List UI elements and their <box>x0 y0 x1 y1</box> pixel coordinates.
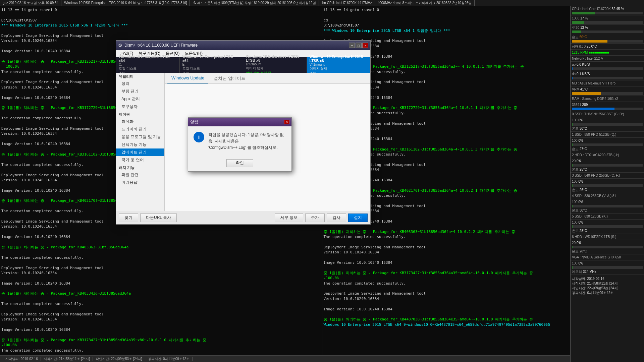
hdd6-label: 6 HDD : WD10EZEX 1TB (S:) <box>571 234 644 240</box>
ssd5-label: 5 SSD : 830 128GB (K:) <box>571 214 644 220</box>
ssd4-usage: 100 0% 온도 30°C <box>571 199 644 214</box>
cpu-state: 상태오: 0 23.0°C <box>571 44 644 50</box>
vga-usage: 100 0% 메모리 324 MHz <box>571 260 644 275</box>
sidebar-item-update[interactable]: 업데이트 관리 <box>116 148 164 156</box>
dism-content-tabs: Windows Update 설치된 업데이트 <box>165 73 370 84</box>
install-button[interactable]: 설치 <box>348 214 368 222</box>
alert-titlebar: 알림 ✕ <box>188 118 291 126</box>
ssd1-usage: 100 0% 온도 27°C <box>571 138 644 152</box>
alert-body: i 작업을 성공했습니다. 1성공, 0해당사항 없음. 자세한내용은 'Con… <box>188 126 291 157</box>
ssd3-usage: 100 0% 온도 26°C <box>571 179 644 193</box>
maximize-button[interactable]: □ <box>356 43 362 48</box>
monitor-footer: 시각날짜: 2019-02-16 시작시간: 21시58분11초 [24시] 작… <box>571 275 644 297</box>
hdd6-usage: 20 0% 온도 28°C <box>571 240 644 254</box>
dism-title: ⚙ Dism++x64 10.1.1000.90 UEFI Firmware <box>118 43 198 48</box>
sidebar-item-boot[interactable]: 부팅 관리 <box>116 87 164 95</box>
ram-used: 33691 289 <box>571 102 644 111</box>
hdd2-usage: 20 0% 온도 25°C <box>571 158 644 173</box>
sidebar-item-tools[interactable]: 도구상자 <box>116 103 164 111</box>
sidebar-item-driver[interactable]: 드라이버 관리 <box>116 125 164 133</box>
dism-sidebar: 유틸리티 정리 부팅 관리 Appx 관리 도구상자 제어판 최적화 드라이버 … <box>116 73 165 211</box>
ssd3-label: 3 SSD : 840 PRO 256GB (C: F:) <box>571 173 644 179</box>
drive-tab-1[interactable]: Windows 10 Enterprise LTSC x64 E: 로컬 디스크… <box>180 57 244 73</box>
sidebar-item-features[interactable]: 선택기능 기능 <box>116 141 164 148</box>
vga-label: VGA : NVIDIA GeForce GTX 650 <box>571 254 644 260</box>
alert-footer: 확인 <box>188 157 291 171</box>
ssd5-usage: 100 0% 온도 28°C <box>571 220 644 234</box>
fan-speed: 1215 RPM ■■■■■■■■■■ <box>571 50 644 56</box>
mb-label: MB : Asus Maximus VIII Hero <box>571 80 644 86</box>
cpu-temp: 온도 50°C <box>571 34 644 44</box>
sidebar-item-locale[interactable]: 국가 및 언어 <box>116 156 164 164</box>
sidebar-item-apps[interactable]: 응용 프로그램 및 기능 <box>116 133 164 141</box>
network-up: up 0.0 KB/S <box>571 62 644 71</box>
titlebar-controls: ─ □ ✕ <box>349 43 368 48</box>
network-dn: dn 0.1 KB/S <box>571 71 644 80</box>
hdd2-label: 2 HDD : DT01ACA200 2TB (U:) <box>571 152 644 158</box>
drive-tab-2[interactable]: Windows 10 Enterprise K 2015 LTSB x8 D:\… <box>243 57 307 73</box>
alert-dialog: 알림 ✕ i 작업을 성공했습니다. 1성공, 0해당사항 없음. 자세한내용은… <box>188 117 292 172</box>
status-rfv: rfv 레드스톤5 버전1809[RTM년월] 루팅:1819:00:29 설치… <box>190 0 319 6</box>
status-windows: Windows 10 RSS Enterprise LTSC 2019 K 64… <box>61 0 190 6</box>
dism-titlebar: ⚙ Dism++x64 10.1.1000.90 UEFI Firmware ─… <box>116 41 370 50</box>
sidebar-item-cleanup[interactable]: 정리 <box>116 80 164 87</box>
alert-close-button[interactable]: ✕ <box>284 120 289 124</box>
sidebar-item-file[interactable]: 파일 관련 <box>116 171 164 179</box>
ssd0-label: 0 SSD : THNSNH256GBST (G: D:) <box>571 111 644 117</box>
ssd0-usage: 100 0% 온도 30°C <box>571 117 644 132</box>
find-button[interactable]: 찾기 <box>119 214 138 222</box>
top-statusbar: gaz 2019.02.16 토요일 오후 10:09:54 Windows 1… <box>0 0 644 6</box>
cpu-label: CPU : Intel Core i7-6700K 32.45 % <box>571 6 644 15</box>
status-cpu: ihn CPU: Intel i7-6700K 4417MHz <box>319 0 375 6</box>
minimize-button[interactable]: ─ <box>349 43 355 48</box>
sidebar-section-control: 제어판 <box>116 111 164 118</box>
drive-tab-0[interactable]: Windows 10 Enterprise LTSC x64 C: 로컬 디스크… <box>116 57 180 73</box>
bottom-date: 시각날짜: 2019-02-16 <box>3 357 41 361</box>
alert-ok-button[interactable]: 확인 <box>226 159 253 167</box>
ssd4-label: 4 SSD : 830 256GB (V: A:) 81 <box>571 193 644 199</box>
bottom-result: 경과시간: 0시11분09초42초 <box>145 357 193 361</box>
ram-label: RAM : Samsung DDR4 16G x2 <box>571 96 644 102</box>
dism-bottom-toolbar: 찾기 다운URL 복사 세부 정보 추가 검사 설치 <box>116 211 370 224</box>
bottom-statusbar: 시각날짜: 2019-02-16 시작시간: 21시58분11초 [24시] 작… <box>0 355 570 362</box>
alert-title: 알림 <box>190 119 198 125</box>
sidebar-item-optimize[interactable]: 최적화 <box>116 118 164 125</box>
drive-tabbar: Windows 10 Enterprise LTSC x64 C: 로컬 디스크… <box>116 57 370 73</box>
drive-tab-3[interactable]: Windows 10 Enterprise K 2015 LTSB x8 V:\… <box>307 57 371 73</box>
alert-message: 작업을 성공했습니다. 1성공, 0해당사항 없음. 자세한내용은 'Confi… <box>208 132 286 151</box>
sidebar-item-unattend[interactable]: 미리응답 <box>116 179 164 186</box>
check-button[interactable]: 검사 <box>327 214 346 222</box>
status-gaz: gaz 2019.02.16 토요일 오후 10:09:54 <box>0 0 61 6</box>
details-button[interactable]: 세부 정보 <box>275 214 303 222</box>
tab-installed-updates[interactable]: 설치된 업데이트 <box>210 74 250 83</box>
sidebar-section-batch: 배치 기능 <box>116 164 164 171</box>
network-label: Network : Intel 212-V <box>571 56 644 62</box>
sidebar-item-appx[interactable]: Appx 관리 <box>116 95 164 103</box>
sidebar-section-utility: 유틸리티 <box>116 73 164 80</box>
tab-windows-update[interactable]: Windows Update <box>167 74 208 83</box>
vrm-temp: VRM 41°C <box>571 86 644 96</box>
close-button[interactable]: ✕ <box>362 43 368 48</box>
alert-info-icon: i <box>194 132 204 142</box>
t1: il 13 == 14 goto :save1_0 <box>1 7 321 12</box>
cpu-freq-2: 4420 13 % <box>571 25 644 34</box>
add-button[interactable]: 추가 <box>305 214 325 222</box>
ssd1-label: 1 SSD : 850 PRO 512GB (Q:) <box>571 132 644 138</box>
system-monitor-panel: CPU : Intel Core i7-6700K 32.45 % 1000 1… <box>570 6 644 362</box>
bottom-start: 시작시간: 21시58분11초 [24시] <box>41 357 93 361</box>
status-cpu-detail: 4000MHz 4코어 8스레드 스카이레이크 20160322-2년10월26… <box>375 0 475 6</box>
copy-url-button[interactable]: 다운URL 복사 <box>140 214 177 222</box>
bottom-elapsed: 작인시간: 22시09분53초 [24시] <box>93 357 145 361</box>
cpu-freq-1: 1000 17 % <box>571 15 644 25</box>
